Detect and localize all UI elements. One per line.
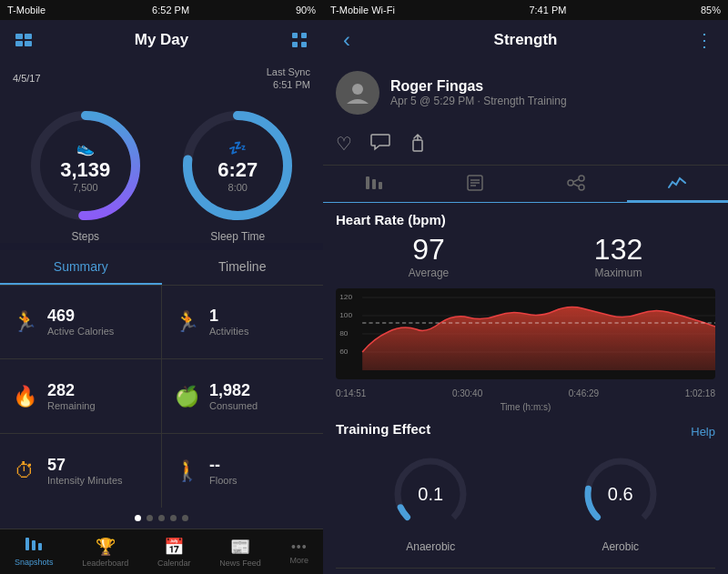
left-panel: T-Mobile 6:52 PM 90% My Day 4/5/17 [0, 0, 323, 574]
share-icon[interactable] [409, 133, 427, 157]
bottom-tabs: Snapshots 🏆 Leaderboard 📅 Calendar 📰 New… [0, 529, 323, 574]
svg-text:100: 100 [339, 311, 352, 319]
stat-floors: 🚶 -- Floors [162, 434, 323, 508]
svg-text:120: 120 [339, 293, 352, 301]
training-header: Training Effect Help [336, 421, 715, 442]
more-icon: ••• [291, 539, 308, 554]
activities-value: 1 [209, 307, 248, 326]
svg-rect-4 [292, 33, 298, 38]
hr-average: 97 Average [409, 233, 449, 279]
tab-leaderboard[interactable]: 🏆 Leaderboard [82, 537, 128, 568]
detail-tabs [323, 166, 728, 203]
svg-rect-3 [25, 41, 32, 46]
right-battery: 85% [701, 5, 721, 15]
avatar [336, 71, 379, 115]
heart-icon[interactable]: ♡ [336, 133, 352, 157]
remaining-icon: 🔥 [11, 385, 38, 408]
svg-rect-16 [413, 140, 422, 151]
steps-widget[interactable]: 👟 3,139 7,500 Steps [26, 106, 145, 243]
profile-section: Roger Fingas Apr 5 @ 5:29 PM · Strength … [323, 60, 728, 126]
aerobic-value: 0.6 [608, 484, 633, 505]
remaining-label: Remaining [47, 400, 96, 411]
chart-label-3: 0:46:29 [569, 388, 599, 398]
svg-rect-13 [32, 540, 35, 550]
svg-rect-1 [25, 34, 32, 39]
chart-axis-label: Time (h:m:s) [336, 402, 715, 412]
svg-rect-5 [301, 33, 307, 38]
stat-consumed: 🍏 1,982 Consumed [162, 359, 323, 433]
detail-tab-4[interactable] [627, 166, 728, 202]
menu-icon[interactable]: ⋮ [693, 29, 715, 51]
active-calories-value: 469 [47, 307, 114, 326]
hr-maximum-value: 132 [594, 233, 642, 267]
right-status-bar: T-Mobile Wi-Fi 7:41 PM 85% [323, 0, 728, 20]
svg-point-25 [579, 176, 584, 181]
heart-rate-chart: 120 100 80 60 [336, 288, 715, 379]
chart-x-labels: 0:14:51 0:30:40 0:46:29 1:02:18 [336, 388, 715, 398]
consumed-icon: 🍏 [173, 385, 200, 408]
summary-tabs: Summary Timeline [0, 250, 323, 286]
intensity-value: 57 [47, 456, 123, 475]
dot-2 [147, 515, 153, 521]
hr-section-title: Heart Rate (bpm) [336, 212, 715, 227]
anaerobic-gauge: 0.1 Anaerobic [389, 453, 471, 553]
back-icon[interactable]: ‹ [336, 29, 358, 51]
training-section-title: Training Effect [336, 421, 430, 437]
active-calories-label: Active Calories [47, 326, 114, 337]
tab-calendar[interactable]: 📅 Calendar [157, 537, 191, 568]
right-title: Strength [494, 31, 558, 49]
steps-goal: 7,500 [60, 181, 110, 192]
hr-average-label: Average [409, 267, 449, 279]
sleep-widget[interactable]: 💤 6:27 8:00 Sleep Time [178, 106, 297, 243]
grid-icon[interactable] [288, 29, 310, 51]
detail-tab-2[interactable] [424, 166, 525, 202]
sleep-icon: 💤 [217, 138, 258, 156]
left-carrier: T-Mobile [7, 5, 46, 15]
svg-rect-19 [379, 182, 382, 189]
dot-1 [135, 515, 141, 521]
stat-remaining: 🔥 282 Remaining [0, 359, 161, 433]
leaderboard-label: Leaderboard [82, 559, 128, 568]
dot-5 [182, 515, 188, 521]
stat-intensity: ⏱ 57 Intensity Minutes [0, 434, 161, 508]
sync-time: 6:51 PM [267, 78, 310, 91]
steps-value: 3,139 [60, 157, 110, 181]
svg-line-27 [573, 179, 579, 182]
steps-ring: 👟 3,139 7,500 [26, 106, 145, 225]
intensity-label: Intensity Minutes [47, 475, 123, 486]
svg-text:60: 60 [339, 347, 349, 356]
steps-center: 👟 3,139 7,500 [60, 138, 110, 192]
hr-average-value: 97 [409, 233, 449, 267]
comment-icon[interactable] [370, 133, 390, 157]
tab-snapshots[interactable]: Snapshots [15, 537, 54, 567]
tab-more[interactable]: ••• More [290, 539, 309, 565]
profile-meta: Apr 5 @ 5:29 PM · Strength Training [390, 95, 567, 107]
chart-label-1: 0:14:51 [336, 388, 366, 398]
anaerobic-ring: 0.1 [389, 453, 471, 535]
remaining-value: 282 [47, 381, 96, 400]
svg-rect-18 [372, 179, 376, 189]
active-calories-icon: 🏃 [11, 310, 38, 334]
circles-area: 👟 3,139 7,500 Steps 💤 6:27 8:00 [0, 97, 323, 243]
news-feed-label: News Feed [219, 559, 261, 568]
detail-tab-3[interactable] [526, 166, 627, 202]
left-title: My Day [135, 31, 189, 49]
sleep-goal: 8:00 [217, 181, 258, 192]
news-feed-icon: 📰 [230, 537, 250, 557]
consumed-value: 1,982 [209, 381, 258, 400]
tab-news-feed[interactable]: 📰 News Feed [219, 537, 261, 568]
left-battery: 90% [296, 5, 316, 15]
help-link[interactable]: Help [691, 425, 715, 438]
svg-point-15 [352, 84, 363, 95]
activities-icon: 🏃 [173, 310, 200, 334]
aerobic-ring: 0.6 [580, 453, 662, 535]
left-nav-icon[interactable] [13, 29, 35, 51]
snapshots-label: Snapshots [15, 558, 54, 567]
tab-summary[interactable]: Summary [0, 250, 162, 285]
left-top-nav: My Day [0, 20, 323, 60]
detail-tab-1[interactable] [323, 166, 424, 202]
elevation-section: Elevation (ft) 794 Minimum 794 Maximum [336, 568, 715, 574]
date-label: 4/5/17 [13, 73, 41, 84]
tab-timeline[interactable]: Timeline [162, 250, 324, 285]
anaerobic-value: 0.1 [418, 484, 443, 505]
